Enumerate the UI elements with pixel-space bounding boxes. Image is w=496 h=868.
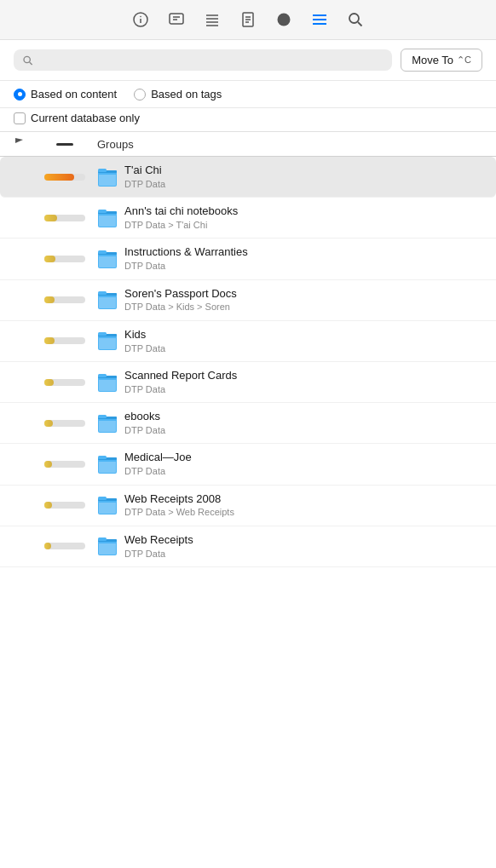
item-title: Web Receipts <box>124 533 489 548</box>
svg-rect-25 <box>99 173 116 186</box>
svg-rect-39 <box>98 291 107 295</box>
folder-icon <box>97 493 118 517</box>
search-input[interactable] <box>38 54 384 66</box>
result-item[interactable]: Web Receipts 2008DTP Data > Web Receipts <box>0 486 496 526</box>
result-item[interactable]: Scanned Report CardsDTP Data <box>0 362 496 403</box>
result-item[interactable]: Instructions & WarrantiesDTP Data <box>0 239 496 279</box>
folder-icon <box>97 206 118 230</box>
item-text: Instructions & WarrantiesDTP Data <box>124 245 489 272</box>
item-score <box>39 215 90 221</box>
svg-line-21 <box>30 62 32 65</box>
circle-icon[interactable] <box>274 10 293 29</box>
svg-rect-46 <box>99 336 116 338</box>
item-text: Ann's tai chi notebooksDTP Data > T'ai C… <box>124 204 489 231</box>
search-input-wrapper[interactable] <box>14 49 392 71</box>
result-item[interactable]: T'ai ChiDTP Data <box>0 157 496 198</box>
result-item[interactable]: Soren's Passport DocsDTP Data > Kids > S… <box>0 280 496 321</box>
svg-rect-26 <box>99 173 116 175</box>
item-text: Web Receipts 2008DTP Data > Web Receipts <box>124 492 489 519</box>
list-icon[interactable] <box>203 10 222 29</box>
score-bar <box>44 296 85 303</box>
item-subtitle: DTP Data <box>124 383 489 395</box>
item-score <box>39 296 90 303</box>
search-toolbar-icon[interactable] <box>346 10 365 29</box>
tags-label: Based on tags <box>151 88 222 101</box>
score-bar <box>44 543 85 549</box>
folder-icon <box>97 247 118 271</box>
svg-rect-64 <box>98 497 107 500</box>
svg-rect-41 <box>99 296 116 297</box>
svg-rect-55 <box>99 419 116 432</box>
based-on-tags-option[interactable]: Based on tags <box>134 88 222 101</box>
item-score <box>39 502 90 509</box>
score-bar <box>44 502 85 509</box>
score-column-header <box>39 143 90 146</box>
based-on-content-option[interactable]: Based on content <box>14 88 117 101</box>
result-item[interactable]: Medical—JoeDTP Data <box>0 444 496 485</box>
move-to-button[interactable]: Move To ⌃C <box>401 49 482 72</box>
result-item[interactable]: ebooksDTP Data <box>0 403 496 444</box>
item-subtitle: DTP Data > T'ai Chi <box>124 219 489 231</box>
result-item[interactable]: KidsDTP Data <box>0 321 496 362</box>
svg-rect-49 <box>98 374 107 377</box>
item-title: Kids <box>124 328 489 342</box>
folder-icon <box>97 371 118 394</box>
score-fill <box>44 502 52 509</box>
filter-options: Based on content Based on tags <box>0 81 496 108</box>
svg-rect-56 <box>99 419 116 421</box>
item-subtitle: DTP Data > Kids > Soren <box>124 301 489 313</box>
svg-rect-3 <box>170 14 183 24</box>
item-subtitle: DTP Data <box>124 178 489 190</box>
item-title: Ann's tai chi notebooks <box>124 204 489 219</box>
item-score <box>39 420 90 427</box>
item-subtitle: DTP Data <box>124 548 489 560</box>
score-fill <box>44 543 51 549</box>
score-bar <box>44 379 85 386</box>
current-db-label: Current database only <box>31 112 140 124</box>
item-title: Instructions & Warranties <box>124 245 489 260</box>
svg-rect-34 <box>98 250 107 254</box>
score-fill <box>44 420 53 427</box>
item-text: Soren's Passport DocsDTP Data > Kids > S… <box>124 287 489 313</box>
folder-icon <box>97 165 118 189</box>
svg-line-19 <box>358 22 362 26</box>
svg-rect-54 <box>98 415 107 418</box>
svg-rect-65 <box>99 501 116 514</box>
score-header-divider <box>56 143 73 146</box>
item-text: ebooksDTP Data <box>124 410 489 436</box>
tags-radio[interactable] <box>134 89 146 101</box>
content-radio[interactable] <box>14 89 26 101</box>
svg-rect-50 <box>99 378 116 391</box>
svg-rect-29 <box>98 210 107 213</box>
score-fill <box>44 379 54 386</box>
current-db-option[interactable]: Current database only <box>14 112 482 124</box>
item-title: Scanned Report Cards <box>124 369 489 383</box>
score-fill <box>44 215 57 221</box>
score-fill <box>44 461 52 468</box>
groups-label: Groups <box>97 138 134 151</box>
svg-rect-60 <box>99 460 116 473</box>
item-title: T'ai Chi <box>124 164 489 178</box>
document-icon[interactable] <box>239 10 257 29</box>
item-text: Web ReceiptsDTP Data <box>124 533 489 560</box>
info-icon[interactable] <box>131 10 150 29</box>
svg-point-20 <box>24 56 30 62</box>
svg-point-18 <box>349 14 359 23</box>
move-to-shortcut: ⌃C <box>457 55 471 66</box>
comment-icon[interactable] <box>167 10 186 29</box>
result-item[interactable]: Web ReceiptsDTP Data <box>0 526 496 567</box>
item-title: Medical—Joe <box>124 451 489 465</box>
current-db-checkbox[interactable] <box>14 112 26 124</box>
item-score <box>39 461 90 468</box>
lines-active-icon[interactable] <box>310 10 329 29</box>
item-title: Web Receipts 2008 <box>124 492 489 507</box>
item-text: KidsDTP Data <box>124 328 489 354</box>
svg-rect-59 <box>98 456 107 459</box>
item-subtitle: DTP Data <box>124 342 489 354</box>
item-title: Soren's Passport Docs <box>124 287 489 302</box>
svg-rect-66 <box>99 501 116 503</box>
content-label: Based on content <box>31 88 117 101</box>
score-fill <box>44 256 55 262</box>
result-item[interactable]: Ann's tai chi notebooksDTP Data > T'ai C… <box>0 198 496 239</box>
folder-icon <box>97 452 118 476</box>
